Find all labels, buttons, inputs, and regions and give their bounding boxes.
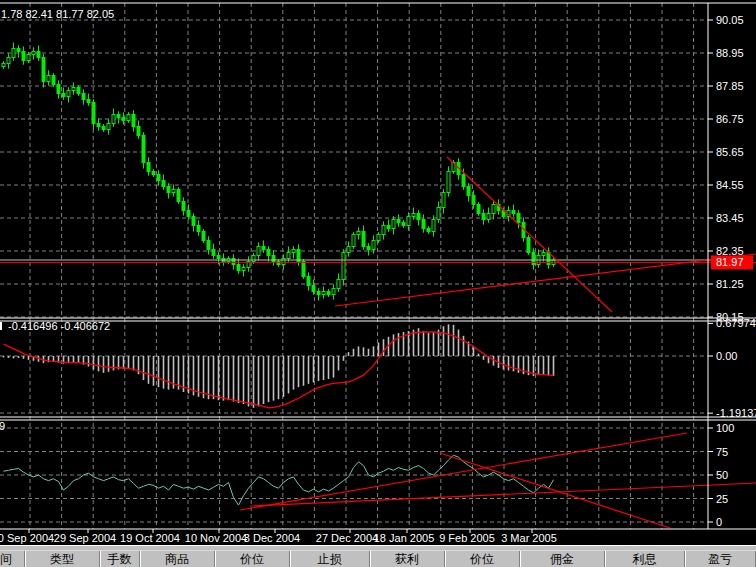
terminal-panel: 间类型手数商品价位止损获利价位佣金利息盈亏 [0, 545, 756, 567]
svg-text:0.00: 0.00 [716, 350, 737, 362]
svg-text:86.75: 86.75 [716, 113, 744, 125]
svg-text:19 Oct 2004: 19 Oct 2004 [120, 532, 180, 544]
oscillator-series [4, 433, 756, 528]
svg-text:0: 0 [716, 516, 722, 528]
svg-text:75: 75 [716, 446, 728, 458]
trendline[interactable] [335, 254, 756, 306]
date-axis: 0 Sep 200429 Sep 200419 Oct 200410 Nov 2… [0, 529, 557, 544]
svg-text:27 Dec 2004: 27 Dec 2004 [316, 532, 378, 544]
trendline[interactable] [250, 483, 756, 506]
svg-text:9 Feb 2005: 9 Feb 2005 [439, 532, 495, 544]
svg-text:50: 50 [716, 469, 728, 481]
terminal-column-8: 价位 [445, 551, 520, 567]
svg-text:-1.19137: -1.19137 [716, 407, 756, 419]
svg-text:25: 25 [716, 493, 728, 505]
mt4-chart-window: 90.0588.9587.8586.7585.6584.5583.4582.35… [0, 0, 756, 567]
trendline[interactable] [440, 453, 670, 528]
bid-price-tag: 81.97 [711, 255, 753, 269]
macd-series [4, 324, 554, 408]
price-axis: 90.0588.9587.8586.7585.6584.5583.4582.35… [708, 14, 756, 528]
chart-canvas[interactable]: 90.0588.9587.8586.7585.6584.5583.4582.35… [0, 0, 756, 545]
svg-text:84.55: 84.55 [716, 179, 744, 191]
terminal-header-row: 间类型手数商品价位止损获利价位佣金利息盈亏 [0, 551, 756, 567]
terminal-column-6: 止损 [290, 551, 370, 567]
terminal-column-4: 商品 [140, 551, 215, 567]
svg-text:100: 100 [716, 422, 734, 434]
svg-text:3 Dec 2004: 3 Dec 2004 [244, 532, 300, 544]
svg-text:29 Sep 2004: 29 Sep 2004 [54, 532, 116, 544]
terminal-column-7: 获利 [370, 551, 445, 567]
svg-text:85.65: 85.65 [716, 146, 744, 158]
terminal-column-9: 佣金 [520, 551, 605, 567]
svg-text:18 Jan 2005: 18 Jan 2005 [374, 532, 435, 544]
svg-text:88.95: 88.95 [716, 47, 744, 59]
svg-text:82.35: 82.35 [716, 245, 744, 257]
terminal-column-1: 间 [0, 551, 25, 567]
clipped-text-fragment [0, 322, 2, 330]
terminal-column-3: 手数 [100, 551, 140, 567]
terminal-column-2: 类型 [25, 551, 100, 567]
terminal-column-5: 价位 [215, 551, 290, 567]
svg-text:81.25: 81.25 [716, 278, 744, 290]
svg-text:81.97: 81.97 [716, 256, 744, 268]
svg-text:0.67974: 0.67974 [716, 317, 756, 329]
svg-text:10 Nov 2004: 10 Nov 2004 [185, 532, 247, 544]
svg-text:3 Mar 2005: 3 Mar 2005 [501, 532, 557, 544]
svg-text:87.85: 87.85 [716, 80, 744, 92]
terminal-column-10: 利息 [605, 551, 685, 567]
svg-text:90.05: 90.05 [716, 14, 744, 26]
grid [0, 3, 708, 529]
svg-text:83.45: 83.45 [716, 212, 744, 224]
terminal-column-11: 盈亏 [685, 551, 756, 567]
svg-text:0 Sep 2004: 0 Sep 2004 [0, 532, 54, 544]
